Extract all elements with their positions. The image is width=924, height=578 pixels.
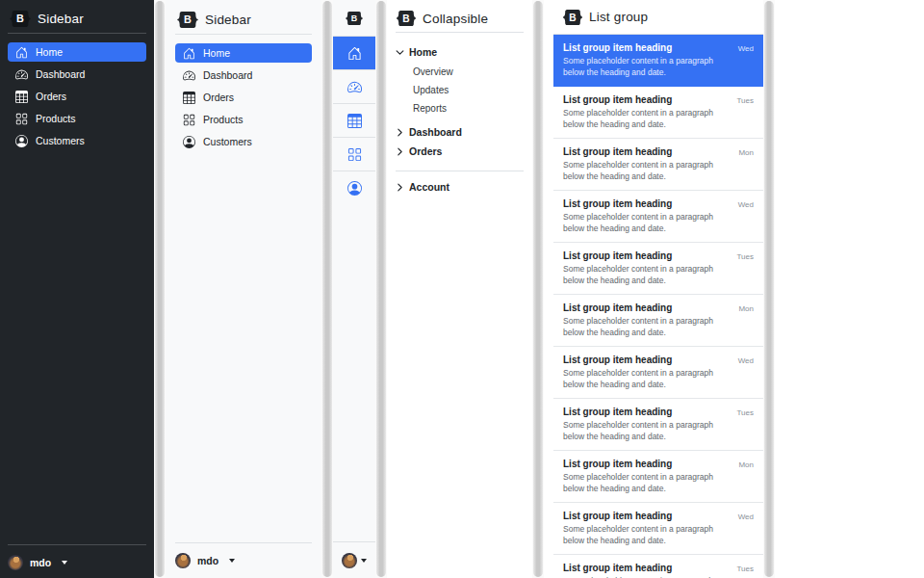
list-item-heading: List group item heading <box>563 511 672 521</box>
nav-item-dashboard[interactable]: Dashboard <box>175 66 312 85</box>
scrollbar[interactable] <box>154 0 166 578</box>
list-item[interactable]: List group item headingTues Some placeho… <box>553 399 763 451</box>
brand-link-dark[interactable]: Sidebar <box>8 8 146 33</box>
list-item-heading: List group item heading <box>563 94 672 105</box>
brand-title: Sidebar <box>38 12 84 26</box>
list-item-heading: List group item heading <box>563 563 672 573</box>
list-item[interactable]: List group item headingWed Some placehol… <box>553 191 763 243</box>
scrollbar[interactable] <box>321 0 333 578</box>
nav-label: Orders <box>36 91 66 102</box>
scrollbar[interactable] <box>532 0 544 578</box>
list-item[interactable]: List group item headingMon Some placehol… <box>553 139 763 191</box>
list-item-day: Mon <box>738 304 754 313</box>
scrollbar-thumb[interactable] <box>155 1 165 577</box>
speedometer-icon <box>15 68 28 81</box>
list-item[interactable]: List group item headingWed Some placehol… <box>553 347 763 399</box>
sidebars-examples-page: Sidebar Home Dashboard Orders Products C… <box>0 0 924 578</box>
collapse-toggle-account[interactable]: Account <box>396 177 524 197</box>
spacer <box>175 154 312 535</box>
chevron-down-icon <box>361 559 367 563</box>
list-item-day: Wed <box>738 200 754 209</box>
nav-icon-products[interactable] <box>333 137 375 171</box>
nav-item-orders[interactable]: Orders <box>8 87 146 106</box>
scrollbar-thumb[interactable] <box>533 1 543 577</box>
list-item-heading: List group item heading <box>563 302 672 313</box>
nav-item-customers[interactable]: Customers <box>175 132 312 151</box>
list-item[interactable]: List group item headingMon Some placehol… <box>553 451 763 503</box>
user-name: mdo <box>30 557 51 568</box>
tree-label: Orders <box>409 145 442 157</box>
list-item-body: Some placeholder content in a paragraphb… <box>563 316 754 339</box>
submenu-item-overview[interactable]: Overview <box>413 64 524 80</box>
nav-item-products[interactable]: Products <box>175 110 312 129</box>
brand-title: List group <box>589 10 648 24</box>
chevron-icon <box>396 128 404 137</box>
brand-link-icons[interactable] <box>333 0 375 36</box>
list-item[interactable]: List group item headingTues Some placeho… <box>553 555 763 578</box>
list-item-body: Some placeholder content in a paragraphb… <box>563 212 754 235</box>
scrollbar[interactable] <box>763 0 775 578</box>
nav-item-dashboard[interactable]: Dashboard <box>8 65 146 84</box>
list-item[interactable]: List group item headingMon Some placehol… <box>553 295 763 347</box>
sidebar-light: Sidebar Home Dashboard Orders Products C… <box>166 0 321 578</box>
list-item[interactable]: List group item headingTues Some placeho… <box>553 87 763 139</box>
brand-link-light[interactable]: Sidebar <box>175 10 312 34</box>
spacer <box>8 153 146 537</box>
scrollbar-thumb[interactable] <box>322 1 332 577</box>
collapse-toggle-dashboard[interactable]: Dashboard <box>396 122 524 142</box>
nav-item-orders[interactable]: Orders <box>175 88 312 107</box>
divider <box>8 33 146 34</box>
list-item-body: Some placeholder content in a paragraphb… <box>563 368 754 391</box>
list-item-day: Tues <box>737 565 755 573</box>
nav-item-products[interactable]: Products <box>8 109 146 128</box>
list-item[interactable]: List group item headingTues Some placeho… <box>553 243 763 295</box>
nav-item-home[interactable]: Home <box>175 43 312 63</box>
collapse-toggle-orders[interactable]: Orders <box>396 142 524 161</box>
chevron-icon <box>396 183 404 192</box>
brand-title: Sidebar <box>205 13 251 27</box>
speedometer-icon <box>347 80 362 94</box>
user-dropdown-toggle[interactable] <box>333 541 375 578</box>
submenu-item-updates[interactable]: Updates <box>413 82 524 98</box>
list-item-day: Tues <box>737 96 755 105</box>
table-icon <box>347 114 362 128</box>
list-item-body: Some placeholder content in a paragraphb… <box>563 160 754 183</box>
divider <box>175 34 312 35</box>
list-group: List group item headingWed Some placehol… <box>553 35 763 578</box>
list-item-heading: List group item heading <box>563 459 672 469</box>
nav-icon-dashboard[interactable] <box>333 69 375 103</box>
list-item-heading: List group item heading <box>563 146 672 157</box>
tree-label: Home <box>409 46 437 58</box>
brand-link-listgroup[interactable]: List group <box>553 0 763 35</box>
list-item-body: Some placeholder content in a paragraphb… <box>563 472 754 495</box>
divider <box>175 542 312 543</box>
nav-icon-orders[interactable] <box>333 103 375 137</box>
bootstrap-logo-icon <box>10 11 31 27</box>
table-icon <box>15 91 28 103</box>
list-item-body: Some placeholder content in a paragraphb… <box>563 264 754 287</box>
user-dropdown-toggle[interactable]: mdo <box>8 555 146 570</box>
chevron-down-icon <box>229 559 235 563</box>
submenu-item-reports[interactable]: Reports <box>413 100 524 117</box>
nav-item-customers[interactable]: Customers <box>8 131 146 150</box>
nav-icon-customers[interactable] <box>333 171 375 204</box>
home-submenu: Overview Updates Reports <box>396 62 524 122</box>
collapse-toggle-home[interactable]: Home <box>396 42 524 62</box>
user-dropdown-toggle[interactable]: mdo <box>175 553 312 568</box>
brand-title: Collapsible <box>423 12 488 26</box>
scrollbar-thumb[interactable] <box>376 1 386 577</box>
brand-link-collapsible[interactable]: Collapsible <box>396 9 524 32</box>
nav-item-home[interactable]: Home <box>8 42 146 62</box>
list-item[interactable]: List group item headingWed Some placehol… <box>553 35 763 87</box>
table-icon <box>183 92 195 104</box>
list-item[interactable]: List group item headingWed Some placehol… <box>553 503 763 555</box>
nav-label: Products <box>203 114 243 125</box>
scrollbar-thumb[interactable] <box>764 1 774 577</box>
nav-icon-home[interactable] <box>333 36 375 69</box>
list-item-day: Wed <box>738 356 754 365</box>
list-item-body: Some placeholder content in a paragraphb… <box>563 56 754 79</box>
list-item-heading: List group item heading <box>563 250 672 261</box>
grid-icon <box>15 113 28 125</box>
scrollbar[interactable] <box>375 0 387 578</box>
house-icon <box>183 47 195 60</box>
